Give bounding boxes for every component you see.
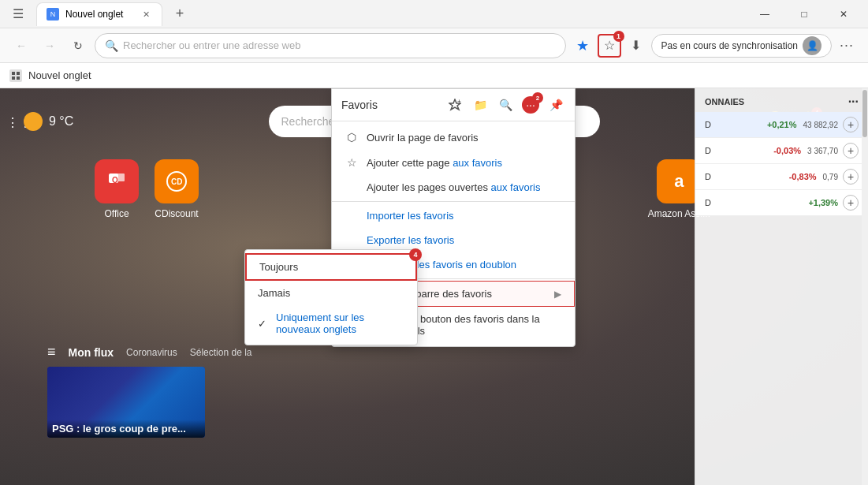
new-tab-btn[interactable]: + <box>169 3 191 25</box>
add-page-icon: ☆ <box>345 156 359 169</box>
submenu-jamais-label: Jamais <box>258 287 290 299</box>
newtab-bar-icon <box>9 69 22 82</box>
sync-label: Pas en cours de synchronisation <box>661 40 798 51</box>
menu-import[interactable]: Importer les favoris <box>332 203 575 228</box>
tab-bar-area: ☰ N Nouvel onglet ✕ + <box>6 2 191 26</box>
submenu-toujours-label: Toujours <box>259 261 298 273</box>
maximize-btn[interactable]: □ <box>786 0 822 28</box>
address-search-icon: 🔍 <box>105 39 118 52</box>
menu-open-favorites[interactable]: ⬡ Ouvrir la page de favoris <box>332 125 575 150</box>
fav-search-icon[interactable]: 🔍 <box>496 95 515 114</box>
submenu-check-icon: ✓ <box>258 318 266 330</box>
newtab-bar-label: Nouvel onglet <box>28 69 91 81</box>
submenu-toujours-badge: 4 <box>409 248 422 261</box>
tab-close-btn[interactable]: ✕ <box>140 8 152 21</box>
bookmark-star-btn[interactable]: ★ <box>571 34 594 58</box>
address-bar[interactable]: 🔍 Rechercher ou entrer une adresse web <box>95 33 566 58</box>
dropdown-overlay: Favoris + 📁 🔍 ··· 2 📌 ⬡ <box>0 88 868 485</box>
title-bar: ☰ N Nouvel onglet ✕ + — □ ✕ <box>0 0 868 28</box>
active-tab[interactable]: N Nouvel onglet ✕ <box>36 2 162 26</box>
profile-avatar: 👤 <box>803 36 821 55</box>
main-content: ⋮⋮⋮ 9 °C Rechercher 🏆 🔔 4 ⚙ ∧ <box>0 88 868 485</box>
menu-add-open-pages[interactable]: Ajouter les pages ouvertes aux favoris <box>332 175 575 200</box>
forward-btn[interactable]: → <box>38 34 61 58</box>
svg-rect-0 <box>12 72 15 75</box>
submenu-uniquement-label: Uniquement sur les nouveaux onglets <box>276 312 404 335</box>
more-options-btn[interactable]: ··· <box>835 34 859 58</box>
address-placeholder: Rechercher ou entrer une adresse web <box>123 39 300 51</box>
favorites-badge: 1 <box>613 31 624 42</box>
sidebar-toggle-btn[interactable]: ☰ <box>6 2 30 26</box>
menu-add-page[interactable]: ☆ Ajouter cette page aux favoris <box>332 150 575 175</box>
toolbar: ← → ↻ 🔍 Rechercher ou entrer une adresse… <box>0 28 868 63</box>
refresh-btn[interactable]: ↻ <box>66 34 90 58</box>
newtab-bar: Nouvel onglet <box>0 63 868 88</box>
collections-btn[interactable]: ⬇ <box>624 34 648 58</box>
menu-add-open-label: Ajouter les pages ouvertes aux favoris <box>367 181 562 193</box>
toolbar-right: ★ ☆ 1 ⬇ Pas en cours de synchronisation … <box>571 34 859 58</box>
submenu-jamais[interactable]: Jamais <box>245 281 417 305</box>
svg-rect-2 <box>12 76 15 80</box>
window-controls: — □ ✕ <box>747 0 862 28</box>
show-bar-arrow: ▶ <box>554 289 561 300</box>
sync-btn[interactable]: Pas en cours de synchronisation 👤 <box>651 34 832 58</box>
submenu-toujours[interactable]: 4 Toujours <box>245 253 417 281</box>
menu-import-label: Importer les favoris <box>367 210 562 222</box>
menu-open-favorites-label: Ouvrir la page de favoris <box>367 132 562 144</box>
menu-export-label: Exporter les favoris <box>367 234 562 246</box>
fav-more-icon[interactable]: ··· 2 <box>521 95 540 114</box>
favorites-header: Favoris + 📁 🔍 ··· 2 📌 <box>332 89 575 121</box>
fav-add-icon[interactable]: + <box>445 95 464 114</box>
tab-favicon: N <box>47 8 59 21</box>
submenu-show-bar: 4 Toujours Jamais ✓ Uniquement sur les n… <box>244 249 418 345</box>
minimize-btn[interactable]: — <box>747 0 783 28</box>
favorites-title: Favoris <box>341 99 439 111</box>
fav-pin-icon[interactable]: 📌 <box>546 95 565 114</box>
svg-rect-1 <box>17 72 20 75</box>
fav-folder-icon[interactable]: 📁 <box>471 95 490 114</box>
open-fav-icon: ⬡ <box>345 131 359 144</box>
submenu-uniquement[interactable]: ✓ Uniquement sur les nouveaux onglets <box>245 305 417 341</box>
svg-text:+: + <box>457 99 461 105</box>
menu-add-page-label: Ajouter cette page aux favoris <box>367 157 562 169</box>
tab-label: Nouvel onglet <box>65 9 123 20</box>
close-btn[interactable]: ✕ <box>825 0 862 28</box>
fav-more-badge: 2 <box>532 92 543 103</box>
back-btn[interactable]: ← <box>9 34 33 58</box>
svg-rect-3 <box>17 76 20 80</box>
background-page: ⋮⋮⋮ 9 °C Rechercher 🏆 🔔 4 ⚙ ∧ <box>0 88 868 485</box>
menu-divider-1 <box>332 201 575 202</box>
favorites-open-btn[interactable]: ☆ 1 <box>598 34 621 58</box>
